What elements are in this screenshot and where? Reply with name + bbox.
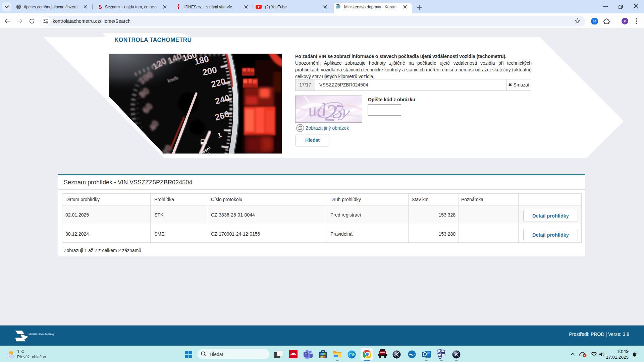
svg-text:T: T: [305, 353, 307, 356]
svg-text:cz: cz: [636, 352, 638, 355]
